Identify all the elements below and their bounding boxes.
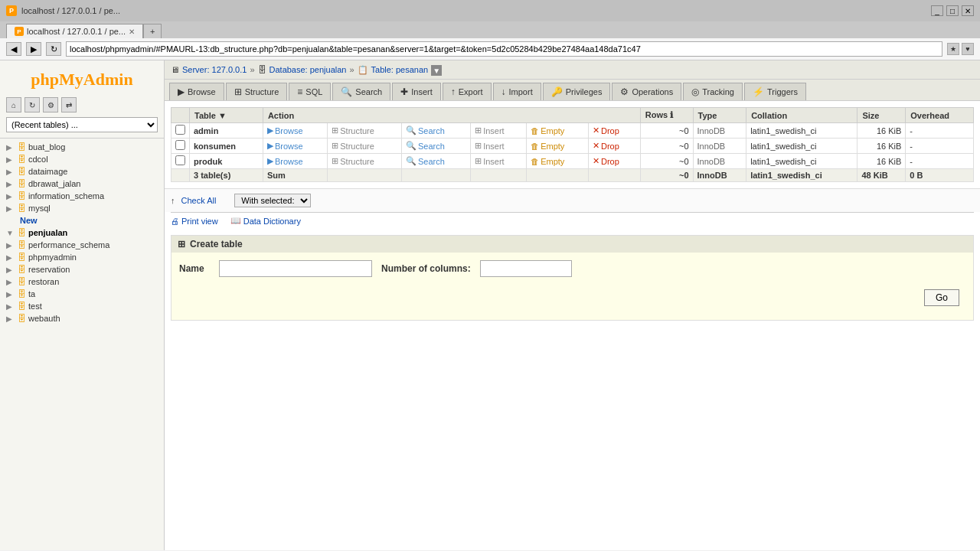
table-size: 16 KiB: [858, 139, 906, 154]
table-name-link[interactable]: konsumen: [194, 142, 236, 151]
row-checkbox[interactable]: [175, 155, 185, 165]
db-icon: 🗄: [18, 204, 26, 213]
with-selected-select[interactable]: With selected:: [234, 194, 311, 207]
tab-favicon: P: [15, 27, 24, 36]
action-empty-link[interactable]: 🗑Empty: [531, 157, 564, 166]
row-checkbox[interactable]: [175, 140, 185, 150]
sum-size: 48 KiB: [858, 169, 906, 182]
action-insert-link[interactable]: ⊞Insert: [475, 141, 505, 151]
sync-icon[interactable]: ⇄: [61, 97, 77, 112]
maximize-button[interactable]: □: [946, 5, 959, 16]
sidebar-item-penjualan[interactable]: ▼🗄penjualan: [0, 227, 164, 239]
expand-icon: ▶: [6, 290, 15, 298]
nav-tab-search[interactable]: 🔍Search: [332, 83, 390, 100]
nav-tab-insert[interactable]: ✚Insert: [392, 83, 441, 100]
sidebar-item-mysql[interactable]: ▶🗄mysql: [0, 202, 164, 214]
breadcrumb-server[interactable]: Server: 127.0.0.1: [182, 65, 247, 74]
minimize-button[interactable]: _: [931, 5, 943, 16]
db-icon: 🗄: [18, 191, 26, 201]
bookmark-icon[interactable]: ♥: [962, 43, 974, 55]
action-empty-link[interactable]: 🗑Empty: [531, 126, 564, 135]
sidebar-item-New[interactable]: New: [0, 214, 164, 227]
db-name-label: information_schema: [28, 191, 104, 201]
nav-tab-operations[interactable]: ⚙Operations: [612, 83, 681, 100]
sidebar-item-performance_schema[interactable]: ▶🗄performance_schema: [0, 239, 164, 251]
reload-button[interactable]: ↻: [46, 42, 61, 56]
sidebar-item-ta[interactable]: ▶🗄ta: [0, 288, 164, 300]
back-button[interactable]: ◀: [6, 42, 21, 56]
recent-tables-select[interactable]: (Recent tables) ...: [6, 117, 158, 132]
close-button[interactable]: ✕: [962, 5, 974, 16]
col-action: Action: [263, 108, 640, 123]
table-type: InnoDB: [693, 154, 746, 169]
table-name-link[interactable]: produk: [194, 157, 222, 166]
action-search-link[interactable]: 🔍Search: [406, 141, 445, 151]
sidebar-item-dataimage[interactable]: ▶🗄dataimage: [0, 165, 164, 178]
refresh-icon[interactable]: ↻: [24, 97, 40, 112]
structure-icon: ⊞: [332, 141, 338, 151]
data-dictionary-link[interactable]: 📖 Data Dictionary: [230, 216, 301, 226]
db-name-label: ta: [28, 289, 35, 298]
action-structure-link[interactable]: ⊞Structure: [332, 156, 374, 166]
action-insert-link[interactable]: ⊞Insert: [475, 156, 505, 166]
forward-button[interactable]: ▶: [26, 42, 41, 56]
nav-tab-tracking[interactable]: ◎Tracking: [683, 83, 743, 100]
sidebar-item-restoran[interactable]: ▶🗄restoran: [0, 276, 164, 288]
action-search-link[interactable]: 🔍Search: [406, 126, 445, 135]
action-search-link[interactable]: 🔍Search: [406, 156, 445, 166]
breadcrumb-database[interactable]: Database: penjualan: [270, 65, 347, 74]
action-browse-link[interactable]: ▶Browse: [267, 156, 303, 166]
row-checkbox[interactable]: [175, 125, 185, 135]
action-structure-link[interactable]: ⊞Structure: [332, 126, 374, 135]
home-icon[interactable]: ⌂: [6, 97, 21, 112]
nav-tab-structure[interactable]: ⊞Structure: [226, 83, 288, 100]
sidebar-item-cdcol[interactable]: ▶🗄cdcol: [0, 153, 164, 165]
action-drop-link[interactable]: ✕Drop: [593, 156, 619, 166]
sidebar-item-phpmyadmin[interactable]: ▶🗄phpmyadmin: [0, 251, 164, 263]
star-icon[interactable]: ★: [947, 43, 959, 55]
table-name-link[interactable]: admin: [194, 126, 218, 135]
collapse-button[interactable]: ▼: [431, 65, 442, 76]
sum-label: 3 table(s): [190, 169, 263, 182]
nav-tab-export[interactable]: ↑Export: [443, 83, 492, 100]
sidebar-item-dbrawat_jalan[interactable]: ▶🗄dbrawat_jalan: [0, 178, 164, 190]
table-name-input[interactable]: [219, 260, 372, 277]
browse-icon: ▶: [267, 126, 273, 135]
window-title: localhost / 127.0.0.1 / pe...: [21, 6, 120, 15]
action-drop-link[interactable]: ✕Drop: [593, 126, 619, 135]
nav-tab-browse[interactable]: ▶Browse: [169, 83, 224, 100]
nav-tab-privileges[interactable]: 🔑Privileges: [543, 83, 611, 100]
address-input[interactable]: [66, 41, 942, 57]
breadcrumb-table[interactable]: Table: pesanan: [371, 65, 429, 74]
go-button[interactable]: Go: [924, 289, 959, 306]
action-browse-link[interactable]: ▶Browse: [267, 141, 303, 151]
action-structure-link[interactable]: ⊞Structure: [332, 141, 374, 151]
sidebar-item-webauth[interactable]: ▶🗄webauth: [0, 312, 164, 324]
nav-tab-triggers[interactable]: ⚡Triggers: [744, 83, 806, 100]
sum-collation: latin1_swedish_ci: [746, 169, 858, 182]
nav-tab-label: Privileges: [566, 87, 603, 96]
check-all-button[interactable]: Check All: [181, 196, 217, 205]
col-table[interactable]: Table ▼: [190, 108, 263, 123]
browser-tab[interactable]: P localhost / 127.0.0.1 / pe... ✕: [6, 24, 143, 38]
action-empty-link[interactable]: 🗑Empty: [531, 142, 564, 151]
nav-tab-sql[interactable]: ≡SQL: [289, 83, 331, 100]
expand-icon: ▶: [6, 204, 15, 213]
sum-type-val: InnoDB: [693, 169, 746, 182]
tab-close-icon[interactable]: ✕: [129, 28, 135, 36]
sidebar-item-information_schema[interactable]: ▶🗄information_schema: [0, 190, 164, 202]
sidebar-item-test[interactable]: ▶🗄test: [0, 300, 164, 312]
action-insert-link[interactable]: ⊞Insert: [475, 126, 505, 135]
nav-tab-label: Structure: [245, 87, 279, 96]
columns-input[interactable]: [480, 260, 572, 277]
print-view-link[interactable]: 🖨 Print view: [171, 216, 218, 226]
new-tab-button[interactable]: +: [143, 24, 162, 38]
browse-label: Browse: [275, 126, 303, 135]
col-rows[interactable]: Rows ℹ: [640, 108, 693, 123]
sidebar-item-reservation[interactable]: ▶🗄reservation: [0, 263, 164, 276]
sidebar-item-buat_blog[interactable]: ▶🗄buat_blog: [0, 141, 164, 153]
action-drop-link[interactable]: ✕Drop: [593, 141, 619, 151]
settings-icon[interactable]: ⚙: [43, 97, 58, 112]
nav-tab-import[interactable]: ↓Import: [493, 83, 541, 100]
action-browse-link[interactable]: ▶Browse: [267, 126, 303, 135]
